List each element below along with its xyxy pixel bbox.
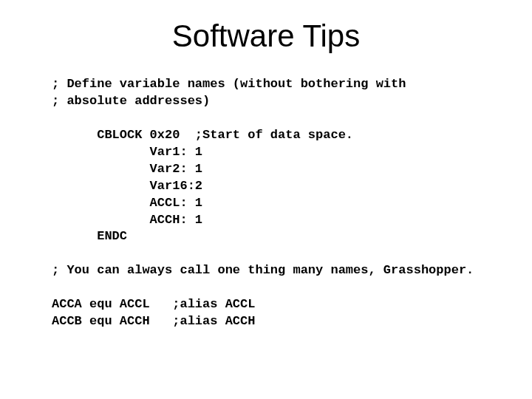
slide-title: Software Tips [52,18,480,54]
slide: Software Tips ; Define variable names (w… [0,0,532,399]
code-line: ACCA equ ACCL ;alias ACCL [52,297,255,311]
code-line: ACCL: 1 [52,196,202,210]
code-block: ; Define variable names (without botheri… [52,76,480,330]
code-line: ACCB equ ACCH ;alias ACCH [52,314,255,328]
code-line: ACCH: 1 [52,213,202,227]
code-line: Var16:2 [52,179,202,193]
code-line: ENDC [52,229,127,243]
code-line: ; absolute addresses) [52,94,210,108]
code-line: Var1: 1 [52,145,202,159]
code-line: ; You can always call one thing many nam… [52,263,474,277]
code-line: ; Define variable names (without botheri… [52,77,406,91]
code-line: Var2: 1 [52,162,202,176]
code-line: CBLOCK 0x20 ;Start of data space. [52,128,353,142]
